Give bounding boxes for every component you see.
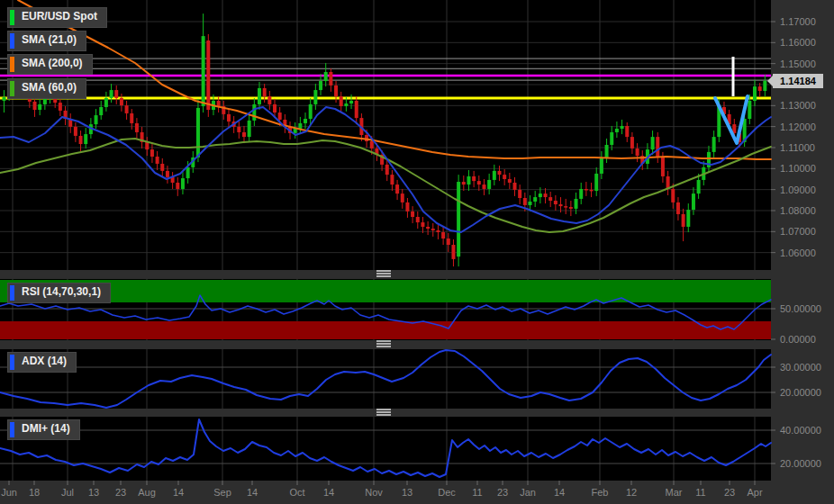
candle-body: [227, 114, 231, 122]
time-axis-label: 14: [173, 487, 184, 498]
candle-body: [405, 202, 409, 212]
price-axis-label: 1.07000: [780, 226, 816, 237]
candle-body: [114, 90, 118, 98]
candle-body: [656, 137, 659, 157]
candle-body: [692, 194, 695, 210]
candle-body: [38, 104, 41, 110]
candle-body: [252, 104, 256, 121]
candle-body: [472, 176, 476, 181]
price-axis-label: 1.16000: [780, 37, 816, 48]
candle-body: [416, 217, 420, 222]
time-axis-label: Mar: [666, 487, 683, 498]
time-axis-label: 23: [115, 487, 126, 498]
candle-body: [298, 123, 302, 129]
candle-body: [278, 112, 282, 120]
candle-body: [625, 126, 629, 137]
candle-body: [661, 157, 665, 176]
candle-body: [370, 141, 374, 148]
time-axis-label: 12: [626, 487, 637, 498]
legend-rsi[interactable]: RSI (14,70,30,1): [7, 283, 111, 303]
candle-body: [349, 101, 353, 104]
price-axis-label: 1.09000: [780, 184, 816, 195]
price-axis-label: 1.08000: [780, 205, 816, 216]
candle-body: [753, 86, 757, 101]
price-axis-bg[interactable]: [771, 0, 834, 481]
candle-body: [95, 115, 98, 124]
legend-symbol[interactable]: EUR/USD Spot: [7, 7, 107, 28]
candle-body: [539, 194, 542, 197]
candle-body: [355, 101, 358, 118]
candle-body: [130, 113, 133, 123]
time-axis-label: 23: [724, 487, 735, 498]
legend-sma21[interactable]: SMA (21,0): [7, 31, 86, 51]
candle-body: [615, 129, 619, 132]
price-panel-bg[interactable]: [0, 0, 771, 270]
candle-body: [263, 88, 267, 96]
legend-dmi[interactable]: DMI+ (14): [7, 419, 80, 440]
time-axis-label: 18: [29, 487, 40, 498]
time-axis-label: 11: [695, 487, 705, 498]
candle-body: [594, 174, 598, 191]
candle-body: [411, 212, 414, 217]
candle-body: [610, 132, 613, 145]
candle-body: [160, 164, 164, 171]
candle-body: [451, 245, 455, 259]
candle-body: [748, 101, 751, 119]
candle-body: [84, 134, 87, 144]
price-axis-label: 1.06000: [780, 248, 816, 258]
candle-body: [487, 180, 491, 189]
candle-body: [548, 197, 552, 201]
time-axis-label: Sep: [213, 487, 231, 498]
candle-body: [196, 108, 200, 158]
candle-body: [600, 158, 603, 174]
candle-body: [529, 202, 532, 205]
time-axis-label: 23: [497, 487, 508, 498]
legend-sma200[interactable]: SMA (200,0): [7, 54, 93, 75]
candle-body: [544, 194, 548, 197]
candle-body: [395, 184, 399, 194]
candle-body: [579, 189, 583, 199]
candle-body: [636, 148, 639, 156]
dmi-axis-label: 40.00000: [780, 425, 821, 436]
candle-body: [156, 157, 159, 164]
candle-body: [621, 126, 624, 129]
time-axis-label: 14: [323, 487, 334, 498]
time-axis-label: 11: [472, 487, 482, 498]
legend-adx[interactable]: ADX (14): [7, 352, 77, 373]
sma21-label: SMA (21,0): [14, 32, 86, 50]
legend-sma60[interactable]: SMA (60,0): [7, 78, 86, 99]
candle-body: [135, 123, 139, 132]
candle-body: [237, 127, 240, 132]
candle-body: [145, 142, 149, 149]
candle-body: [309, 104, 313, 119]
candle-body: [513, 183, 517, 190]
candle-body: [457, 182, 460, 256]
price-axis-label: 1.10000: [780, 163, 816, 174]
main-chart-canvas[interactable]: [0, 0, 834, 504]
candle-body: [686, 210, 690, 227]
candle-body: [258, 88, 261, 104]
candle-body: [150, 149, 154, 157]
dmi-panel-bg[interactable]: [0, 417, 771, 481]
time-axis-label: 14: [554, 487, 565, 498]
candle-body: [518, 190, 521, 198]
candle-body: [426, 227, 430, 229]
candle-body: [575, 199, 578, 209]
candle-body: [467, 176, 470, 184]
candle-body: [217, 101, 221, 106]
candle-body: [242, 132, 246, 137]
time-axis-label: Jul: [61, 487, 74, 498]
candle-body: [202, 36, 205, 106]
candle-body: [763, 81, 766, 91]
candle-body: [569, 207, 573, 209]
candle-body: [104, 98, 108, 107]
time-axis-label: Jun: [1, 487, 17, 498]
candle-body: [682, 214, 685, 227]
candle-body: [497, 171, 501, 175]
candle-body: [125, 105, 129, 113]
candle-body: [401, 194, 404, 202]
candle-body: [605, 145, 609, 158]
time-axis-label: Aug: [138, 487, 156, 498]
rsi-axis-label: 0.00000: [780, 334, 816, 345]
time-axis-label: Jan: [520, 487, 536, 498]
